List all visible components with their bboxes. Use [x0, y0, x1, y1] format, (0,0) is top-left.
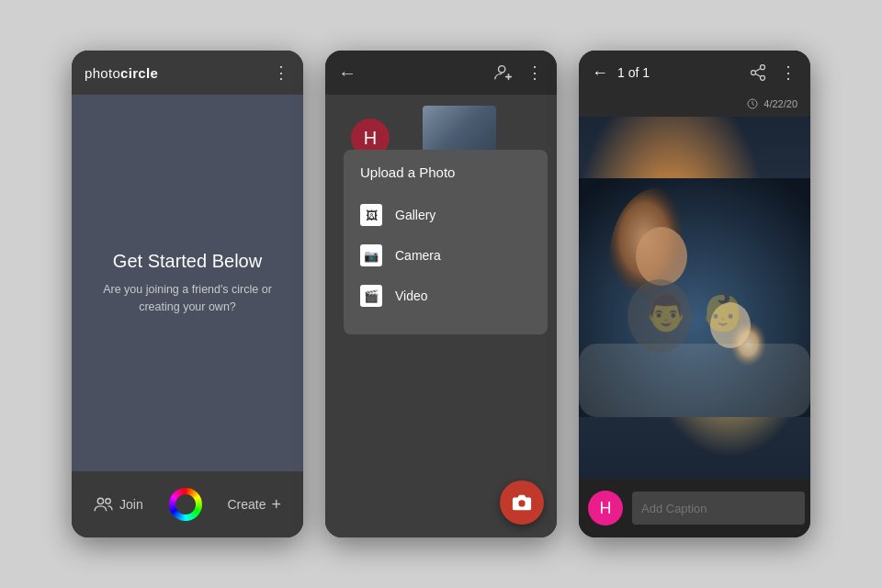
- svg-point-2: [499, 66, 505, 73]
- user-avatar: H: [588, 491, 623, 526]
- create-label: Create: [227, 497, 266, 512]
- svg-line-8: [755, 68, 761, 71]
- create-button[interactable]: Create +: [227, 495, 281, 514]
- phone2-body: H Upload a Photo 🖼 Gallery 📷 Camera 🎬 Vi…: [325, 95, 557, 537]
- join-button[interactable]: Join: [94, 496, 143, 513]
- photo-svg: [579, 117, 810, 479]
- video-label: Video: [395, 288, 428, 303]
- rainbow-inner: [175, 494, 196, 514]
- phone3-topbar-left: ← 1 of 1: [592, 63, 650, 83]
- join-label: Join: [119, 497, 143, 512]
- camera-fab-icon: [512, 492, 532, 513]
- logo-bold-text: circle: [120, 65, 158, 81]
- phone2-topbar-right: ⋮: [493, 62, 544, 83]
- back-arrow-icon[interactable]: ←: [338, 62, 356, 84]
- clock-icon: [747, 98, 758, 109]
- photo-image: [579, 117, 810, 479]
- phone3-topbar-right: ⋮: [749, 62, 797, 83]
- svg-point-1: [106, 499, 110, 503]
- people-icon: [94, 496, 114, 513]
- video-icon: 🎬: [360, 285, 382, 307]
- phone3-topbar: ← 1 of 1 ⋮: [579, 51, 810, 95]
- camera-label: Camera: [395, 248, 441, 263]
- svg-line-7: [755, 74, 761, 76]
- menu-dots-icon[interactable]: ⋮: [780, 62, 797, 83]
- phone1-topbar: photocircle ⋮: [72, 51, 303, 95]
- phone2-topbar: ← ⋮: [325, 51, 557, 95]
- gallery-label: Gallery: [395, 208, 435, 222]
- app-logo: photocircle: [85, 65, 158, 81]
- caption-bar: H 0: [579, 479, 810, 537]
- svg-rect-13: [579, 344, 810, 417]
- get-started-subtext: Are you joining a friend's circle or cre…: [90, 281, 285, 316]
- phone-1: photocircle ⋮ Get Started Below Are you …: [72, 51, 303, 537]
- svg-point-15: [710, 302, 751, 348]
- add-person-icon[interactable]: [493, 62, 514, 83]
- svg-point-5: [752, 71, 756, 75]
- menu-dots-icon[interactable]: ⋮: [526, 62, 544, 83]
- video-option[interactable]: 🎬 Video: [360, 276, 531, 316]
- svg-point-3: [518, 500, 525, 506]
- upload-modal-title: Upload a Photo: [360, 164, 531, 180]
- camera-option[interactable]: 📷 Camera: [360, 235, 531, 276]
- svg-point-6: [761, 75, 765, 80]
- share-icon[interactable]: [749, 63, 767, 82]
- rainbow-icon: [169, 488, 202, 521]
- caption-input[interactable]: [632, 492, 805, 525]
- logo-light-text: photo: [85, 65, 120, 81]
- date-row: 4/22/20: [579, 95, 810, 117]
- back-arrow-icon[interactable]: ←: [592, 63, 608, 83]
- camera-icon: 📷: [360, 244, 382, 266]
- phone-3: ← 1 of 1 ⋮ 4/22/20: [579, 51, 810, 537]
- svg-point-4: [761, 65, 765, 70]
- gallery-icon: 🖼: [360, 204, 382, 226]
- phone1-content: Get Started Below Are you joining a frie…: [72, 95, 303, 471]
- photo-counter: 1 of 1: [617, 65, 650, 80]
- svg-point-14: [636, 227, 687, 286]
- upload-modal: Upload a Photo 🖼 Gallery 📷 Camera 🎬 Vide…: [344, 150, 548, 334]
- svg-point-0: [97, 498, 103, 503]
- camera-fab-button[interactable]: [500, 481, 544, 525]
- phone-2: ← ⋮ H Upload a Photo 🖼 Gallery 📷: [325, 51, 557, 537]
- plus-icon: +: [271, 495, 281, 514]
- get-started-heading: Get Started Below: [113, 251, 262, 272]
- phone1-bottombar: Join Create +: [72, 471, 303, 537]
- photo-date: 4/22/20: [763, 98, 797, 109]
- menu-dots-icon[interactable]: ⋮: [273, 62, 290, 83]
- photo-display: [579, 117, 810, 479]
- svg-point-16: [628, 279, 692, 353]
- gallery-option[interactable]: 🖼 Gallery: [360, 195, 531, 235]
